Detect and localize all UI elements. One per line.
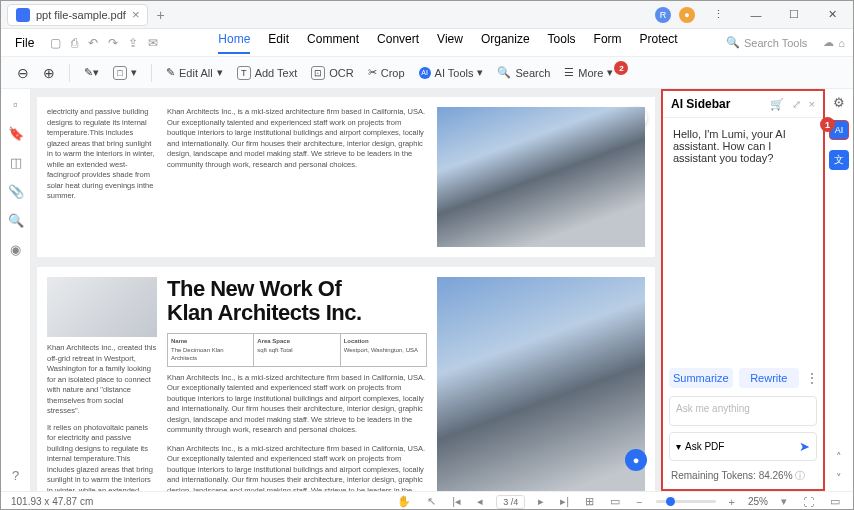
zoom-out-button[interactable]: ⊖ (13, 63, 33, 83)
maximize-icon[interactable]: ☐ (779, 8, 809, 21)
search-tools[interactable]: 🔍 Search Tools ☁ ⌂ (726, 36, 845, 49)
zoom-in-status-icon[interactable]: + (726, 496, 738, 508)
user-avatar[interactable]: R (655, 7, 671, 23)
building-image (437, 107, 645, 247)
doc-heading-2: Klan Architects Inc. (167, 300, 362, 325)
cloud-icon[interactable]: ☁ (823, 36, 834, 49)
read-mode-icon[interactable]: ▭ (827, 495, 843, 508)
zoom-dropdown-icon[interactable]: ▾ (778, 495, 790, 508)
ocr-button[interactable]: ⊡ OCR (307, 64, 357, 82)
scroll-up-icon[interactable]: ˄ (833, 451, 845, 464)
cart-icon[interactable]: 🛒 (770, 98, 784, 111)
send-icon[interactable]: ➤ (799, 439, 810, 454)
next-page-icon[interactable]: ▸ (535, 495, 547, 508)
scroll-down-icon[interactable]: ˅ (833, 472, 845, 485)
stamp-icon[interactable]: ◉ (10, 242, 21, 257)
rewrite-button[interactable]: Rewrite (739, 368, 799, 388)
text-block: Khan Architects Inc., created this off-g… (47, 343, 157, 417)
text-block: Khan Architects Inc., is a mid-sized arc… (167, 373, 427, 436)
menu-organize[interactable]: Organize (481, 32, 530, 54)
ai-prompt-input[interactable]: Ask me anything (669, 396, 817, 426)
tokens-remaining: Remaining Tokens: 84.26% ⓘ (663, 465, 823, 489)
callout-badge-1: 1 (820, 117, 835, 132)
highlight-button[interactable]: ✎▾ (80, 64, 103, 81)
close-window-icon[interactable]: ✕ (817, 8, 847, 21)
new-tab-button[interactable]: + (148, 7, 172, 23)
hand-tool-icon[interactable]: ✋ (394, 495, 414, 508)
search-icon: 🔍 (726, 36, 740, 49)
home-icon[interactable]: ⌂ (838, 37, 845, 49)
share-icon[interactable]: ⇪ (128, 36, 138, 50)
document-tab[interactable]: ppt file-sample.pdf × (7, 4, 148, 26)
select-tool-icon[interactable]: ↖ (424, 495, 439, 508)
building-thumb (47, 277, 157, 337)
zoom-in-button[interactable]: ⊕ (39, 63, 59, 83)
text-block: Khan Architects Inc., is a mid-sized arc… (167, 107, 427, 247)
ai-tools-button[interactable]: AI AI Tools▾ (415, 64, 488, 81)
shape-button[interactable]: □▾ (109, 64, 141, 82)
menu-comment[interactable]: Comment (307, 32, 359, 54)
page-number-input[interactable]: 3 /4 (496, 495, 525, 509)
close-sidebar-icon[interactable]: × (809, 98, 815, 111)
fullscreen-icon[interactable]: ⛶ (800, 496, 817, 508)
menu-home[interactable]: Home (218, 32, 250, 54)
menu-protect[interactable]: Protect (640, 32, 678, 54)
expand-icon[interactable]: ⤢ (792, 98, 801, 111)
info-table: NameThe Decimoan Klan Architects Area Sp… (167, 333, 427, 366)
cursor-coords: 101.93 x 47.87 cm (11, 496, 93, 507)
tab-title: ppt file-sample.pdf (36, 9, 126, 21)
search-button[interactable]: 🔍 Search (493, 64, 554, 81)
text-block: Khan Architects Inc., is a mid-sized arc… (167, 444, 427, 491)
ai-sidebar-title: AI Sidebar (671, 97, 730, 111)
text-block: It relies on photovoltaic panels for ele… (47, 423, 157, 492)
ai-greeting: Hello, I'm Lumi, your AI assistant. How … (663, 118, 823, 364)
last-page-icon[interactable]: ▸| (557, 495, 572, 508)
summarize-button[interactable]: Summarize (669, 368, 733, 388)
tab-close-icon[interactable]: × (132, 7, 140, 22)
zoom-level: 25% (748, 496, 768, 507)
undo-icon[interactable]: ↶ (88, 36, 98, 50)
print-icon[interactable]: ⎙ (71, 36, 78, 50)
help-icon[interactable]: ? (12, 468, 19, 491)
notification-badge[interactable]: ● (679, 7, 695, 23)
translate-icon[interactable]: 文 (829, 150, 849, 170)
floating-ai-badge[interactable]: ● (625, 449, 647, 471)
ask-pdf-button[interactable]: ▾ Ask PDF ➤ (669, 432, 817, 461)
menu-form[interactable]: Form (594, 32, 622, 54)
settings-dots-icon[interactable]: ⋮ (703, 8, 733, 21)
more-button[interactable]: ☰ More▾2 (560, 64, 631, 81)
mail-icon[interactable]: ✉ (148, 36, 158, 50)
document-viewport[interactable]: ▤ electricity and passive building desig… (31, 89, 661, 491)
fit-width-icon[interactable]: ⊞ (582, 495, 597, 508)
menu-edit[interactable]: Edit (268, 32, 289, 54)
building-image (437, 277, 645, 491)
first-page-icon[interactable]: |◂ (449, 495, 464, 508)
menu-convert[interactable]: Convert (377, 32, 419, 54)
prev-page-icon[interactable]: ◂ (474, 495, 486, 508)
redo-icon[interactable]: ↷ (108, 36, 118, 50)
more-actions-icon[interactable]: ⋮ (805, 370, 817, 386)
fit-page-icon[interactable]: ▭ (607, 495, 623, 508)
layers-icon[interactable]: ◫ (10, 155, 22, 170)
doc-heading-1: The New Work Of (167, 276, 341, 301)
minimize-icon[interactable]: — (741, 9, 771, 21)
text-block: electricity and passive building designs… (47, 107, 157, 247)
bookmark-icon[interactable]: 🔖 (8, 126, 24, 141)
search-nav-icon[interactable]: 🔍 (8, 213, 24, 228)
menu-view[interactable]: View (437, 32, 463, 54)
more-badge: 2 (614, 61, 628, 75)
sliders-icon[interactable]: ⚙ (833, 95, 845, 110)
add-text-button[interactable]: T Add Text (233, 64, 302, 82)
page-icon[interactable]: ▫ (13, 97, 18, 112)
pdf-page: electricity and passive building designs… (37, 97, 655, 257)
crop-button[interactable]: ✂ Crop (364, 64, 409, 81)
open-icon[interactable]: ▢ (50, 36, 61, 50)
app-logo-icon (16, 8, 30, 22)
pdf-page: Khan Architects Inc., created this off-g… (37, 267, 655, 491)
menu-tools[interactable]: Tools (548, 32, 576, 54)
attachment-icon[interactable]: 📎 (8, 184, 24, 199)
zoom-out-status-icon[interactable]: − (633, 496, 645, 508)
zoom-slider[interactable] (656, 500, 716, 503)
edit-all-button[interactable]: ✎ Edit All▾ (162, 64, 227, 81)
file-menu[interactable]: File (9, 36, 40, 50)
